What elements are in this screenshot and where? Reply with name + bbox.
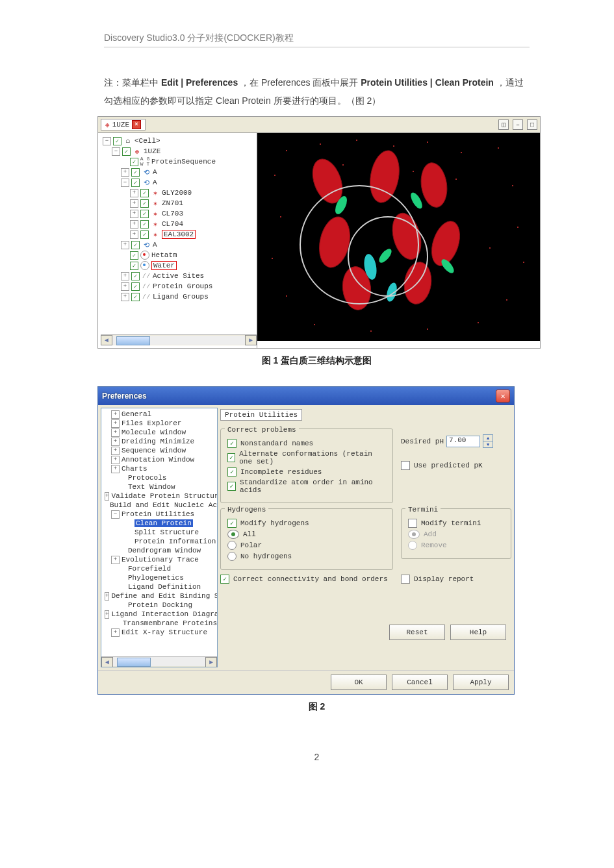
expand-icon[interactable]: + [130, 199, 138, 208]
expand-icon[interactable]: + [111, 465, 120, 473]
tree-node-residue[interactable]: CL704 [162, 220, 183, 228]
tree-node-cell[interactable]: <Cell> [134, 137, 160, 145]
scroll-left-icon[interactable]: ◄ [101, 335, 112, 345]
expand-icon[interactable]: + [111, 410, 120, 419]
expand-icon[interactable]: + [111, 456, 120, 464]
expand-icon[interactable]: + [121, 241, 129, 249]
prefs-tree-item[interactable]: +General [103, 410, 217, 419]
prefs-tree-item[interactable]: +Define and Edit Binding S [103, 591, 217, 601]
expand-icon[interactable]: + [121, 272, 129, 280]
prefs-tree-item[interactable]: Protein Information [103, 537, 217, 546]
spin-down-icon[interactable]: ▼ [483, 441, 492, 447]
prefs-tree-item[interactable]: +Validate Protein Structur [103, 491, 217, 501]
prefs-tree-item[interactable]: +Edit X-ray Structure [103, 628, 217, 637]
expand-icon[interactable]: + [130, 220, 138, 229]
radio-no-hydrogens[interactable] [227, 552, 237, 561]
prefs-tree-item[interactable]: +Evolutionary Trace [103, 555, 217, 564]
prefs-tree-item[interactable]: Build and Edit Nucleic Ac [103, 501, 217, 510]
expand-icon[interactable]: + [105, 492, 109, 501]
scroll-track[interactable] [112, 336, 245, 345]
prefs-tree-item[interactable]: Dendrogram Window [103, 546, 217, 555]
checkbox-standardize-atom-order[interactable]: ✓ [227, 482, 236, 491]
preferences-tree[interactable]: +General+Files Explorer+Molecule Window+… [101, 408, 218, 667]
scroll-right-icon[interactable]: ► [245, 335, 257, 345]
tree-node-residue[interactable]: GLY2000 [162, 189, 192, 197]
expand-icon[interactable]: + [121, 168, 129, 177]
expand-icon[interactable]: + [111, 628, 120, 637]
apply-button[interactable]: Apply [453, 675, 509, 690]
checkbox-alt-conformations[interactable]: ✓ [227, 453, 235, 462]
checkbox[interactable]: ✓ [131, 282, 140, 291]
checkbox[interactable]: ✓ [140, 189, 149, 197]
tree-node-residue[interactable]: ZN701 [162, 199, 183, 207]
prefs-tree-item[interactable]: Ligand Definition [103, 582, 217, 591]
scroll-left-icon[interactable]: ◄ [101, 657, 113, 667]
desired-ph-input[interactable]: 7.00 [446, 436, 480, 447]
reset-button[interactable]: Reset [389, 625, 445, 640]
expand-icon[interactable]: + [130, 230, 138, 239]
tree-node-chain[interactable]: A [153, 168, 157, 176]
expand-icon[interactable]: + [111, 438, 120, 446]
expand-icon[interactable]: + [130, 189, 138, 197]
checkbox[interactable]: ✓ [113, 137, 122, 145]
prefs-tree-item[interactable]: +Ligand Interaction Diagra [103, 610, 217, 619]
tree-node-chain[interactable]: A [153, 241, 157, 249]
tree-node-sequence[interactable]: ProteinSequence [151, 158, 216, 166]
tree-node-hetatm[interactable]: Hetatm [151, 251, 177, 259]
checkbox[interactable]: ✓ [131, 241, 140, 249]
radio-polar[interactable] [227, 541, 237, 550]
collapse-icon[interactable]: − [103, 137, 111, 145]
checkbox-incomplete-residues[interactable]: ✓ [227, 467, 237, 477]
prefs-tree-item[interactable]: Protocols [103, 473, 217, 482]
collapse-icon[interactable]: − [111, 510, 120, 519]
prefs-tree-item[interactable]: Clean Protein [103, 519, 217, 528]
checkbox-modify-hydrogens[interactable]: ✓ [227, 519, 237, 528]
tile-button[interactable]: ◫ [498, 119, 509, 130]
checkbox[interactable]: ✓ [140, 230, 149, 239]
scroll-track[interactable] [113, 657, 205, 666]
checkbox[interactable]: ✓ [131, 179, 140, 187]
molecule-3d-viewer[interactable] [257, 133, 540, 341]
prefs-tree-item[interactable]: +Dreiding Minimize [103, 437, 217, 446]
checkbox[interactable]: ✓ [130, 251, 138, 260]
radio-all[interactable] [227, 530, 239, 539]
preferences-titlebar[interactable]: Preferences ✕ [98, 387, 514, 405]
checkbox[interactable]: ✓ [131, 168, 140, 177]
tree-node-water[interactable]: Water [151, 261, 177, 270]
tree-h-scrollbar[interactable]: ◄ ► [101, 334, 257, 345]
tree-node-residue[interactable]: CL703 [162, 210, 183, 217]
checkbox-correct-connectivity[interactable]: ✓ [220, 575, 229, 584]
minimize-button[interactable]: – [513, 119, 523, 130]
checkbox[interactable]: ✓ [130, 262, 138, 270]
expand-icon[interactable]: + [121, 293, 129, 301]
tree-node-group[interactable]: Active Sites [153, 272, 204, 280]
prefs-tree-item[interactable]: +Annotation Window [103, 455, 217, 464]
prefs-tree-item[interactable]: Text Window [103, 482, 217, 491]
ok-button[interactable]: OK [331, 675, 387, 690]
expand-icon[interactable]: + [105, 610, 109, 619]
prefs-tree-item[interactable]: +Files Explorer [103, 419, 217, 428]
checkbox[interactable]: ✓ [131, 272, 140, 280]
expand-icon[interactable]: + [111, 447, 120, 455]
tree-node-group[interactable]: Ligand Groups [153, 293, 209, 301]
prefs-tree-item[interactable]: −Protein Utilities [103, 510, 217, 519]
collapse-icon[interactable]: − [112, 147, 120, 156]
prefs-tree-h-scrollbar[interactable]: ◄► [101, 656, 217, 667]
checkbox[interactable]: ✓ [140, 199, 149, 208]
checkbox[interactable]: ✓ [140, 210, 149, 218]
document-tab[interactable]: ❉ 1UZE × [101, 119, 146, 130]
collapse-icon[interactable]: − [121, 179, 129, 187]
checkbox[interactable]: ✓ [130, 158, 138, 166]
maximize-button[interactable]: □ [527, 119, 537, 130]
hierarchy-tree[interactable]: −✓⌂<Cell> −✓❉1UZE ✓A GW TProteinSequence… [98, 133, 257, 348]
expand-icon[interactable]: + [121, 282, 129, 291]
expand-icon[interactable]: + [130, 210, 138, 218]
tree-node-group[interactable]: Protein Groups [153, 282, 212, 290]
checkbox[interactable]: ✓ [122, 147, 131, 156]
cancel-button[interactable]: Cancel [392, 675, 448, 690]
expand-icon[interactable]: + [111, 428, 120, 437]
prefs-tree-item[interactable]: +Molecule Window [103, 428, 217, 437]
expand-icon[interactable]: + [111, 419, 120, 428]
checkbox[interactable]: ✓ [140, 220, 149, 229]
tree-node-structure[interactable]: 1UZE [144, 147, 160, 155]
